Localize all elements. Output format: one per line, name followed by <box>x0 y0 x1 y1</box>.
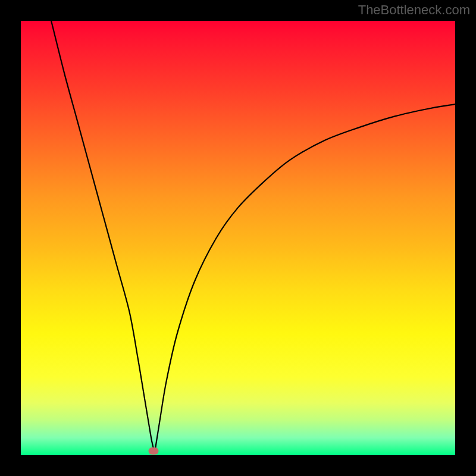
watermark-text: TheBottleneck.com <box>358 2 470 18</box>
chart-plot-area <box>21 21 455 455</box>
chart-svg <box>21 21 455 455</box>
bottleneck-curve-path <box>51 21 455 451</box>
bottleneck-marker <box>148 447 158 455</box>
